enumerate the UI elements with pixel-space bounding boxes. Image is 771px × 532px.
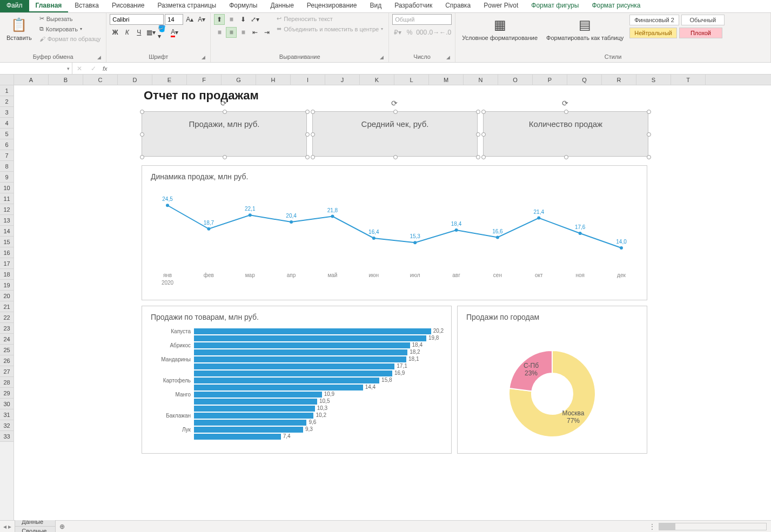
tab-data[interactable]: Данные bbox=[264, 0, 300, 12]
row-header[interactable]: 5 bbox=[0, 129, 14, 139]
copy-button[interactable]: ⧉Копировать ▾ bbox=[37, 24, 103, 33]
format-table-button[interactable]: ▤ Форматировать как таблицу bbox=[543, 14, 627, 43]
number-format-combo[interactable] bbox=[392, 14, 452, 25]
bar-chart-panel[interactable]: Продажи по товарам, млн руб. Капуста20,2… bbox=[142, 306, 452, 454]
tab-review[interactable]: Рецензирование bbox=[300, 0, 364, 12]
selection-handle[interactable] bbox=[476, 155, 480, 159]
column-header[interactable]: G bbox=[222, 75, 256, 85]
cut-button[interactable]: ✂Вырезать bbox=[37, 14, 103, 23]
enter-formula-button[interactable]: ✓ bbox=[86, 65, 100, 72]
row-header[interactable]: 25 bbox=[0, 345, 14, 355]
selection-handle[interactable] bbox=[311, 132, 315, 137]
number-launcher[interactable]: ◢ bbox=[446, 55, 453, 61]
column-header[interactable]: C bbox=[83, 75, 118, 85]
row-header[interactable]: 26 bbox=[0, 355, 14, 366]
selection-handle[interactable] bbox=[140, 110, 144, 114]
row-header[interactable]: 10 bbox=[0, 183, 14, 193]
column-header[interactable]: D bbox=[118, 75, 152, 85]
column-header[interactable]: T bbox=[671, 75, 706, 85]
column-header[interactable]: B bbox=[49, 75, 83, 85]
tab-insert[interactable]: Вставка bbox=[68, 0, 105, 12]
selection-handle[interactable] bbox=[305, 155, 310, 159]
tab-picture-format[interactable]: Формат рисунка bbox=[585, 0, 647, 12]
row-header[interactable]: 23 bbox=[0, 323, 14, 334]
column-header[interactable]: P bbox=[533, 75, 567, 85]
select-all-button[interactable] bbox=[0, 75, 14, 85]
align-right-button[interactable]: ≡ bbox=[238, 27, 249, 38]
row-header[interactable]: 18 bbox=[0, 269, 14, 280]
row-header[interactable]: 32 bbox=[0, 420, 14, 431]
row-header[interactable]: 15 bbox=[0, 237, 14, 247]
row-header[interactable]: 8 bbox=[0, 161, 14, 172]
tab-developer[interactable]: Разработчик bbox=[388, 0, 439, 12]
row-header[interactable]: 1 bbox=[0, 85, 14, 96]
tab-powerpivot[interactable]: Power Pivot bbox=[477, 0, 525, 12]
row-header[interactable]: 2 bbox=[0, 96, 14, 107]
wrap-text-button[interactable]: ↩Переносить текст bbox=[274, 14, 385, 23]
font-color-button[interactable]: A▾ bbox=[169, 27, 180, 38]
column-header[interactable]: S bbox=[636, 75, 671, 85]
selection-handle[interactable] bbox=[481, 132, 486, 137]
donut-chart-panel[interactable]: Продажи по городам Москва77%С-Пб23% bbox=[457, 306, 647, 454]
align-middle-button[interactable]: ≡ bbox=[226, 14, 237, 25]
tab-draw[interactable]: Рисование bbox=[105, 0, 151, 12]
row-header[interactable]: 30 bbox=[0, 399, 14, 409]
row-header[interactable]: 6 bbox=[0, 139, 14, 150]
sheet-tab[interactable]: Сводные bbox=[15, 526, 56, 533]
column-header[interactable]: M bbox=[429, 75, 464, 85]
rotate-handle[interactable]: ⟳ bbox=[562, 99, 569, 106]
indent-inc-button[interactable]: ⇥ bbox=[262, 27, 272, 38]
row-header[interactable]: 14 bbox=[0, 226, 14, 237]
selection-handle[interactable] bbox=[140, 132, 144, 137]
selection-handle[interactable] bbox=[476, 110, 480, 114]
column-header[interactable]: H bbox=[256, 75, 291, 85]
style-neutral[interactable]: Нейтральный bbox=[629, 28, 677, 38]
selection-handle[interactable] bbox=[393, 110, 398, 114]
italic-button[interactable]: К bbox=[122, 27, 132, 38]
indent-dec-button[interactable]: ⇤ bbox=[250, 27, 260, 38]
font-launcher[interactable]: ◢ bbox=[202, 55, 208, 61]
line-chart-panel[interactable]: Динамика продаж, млн руб. 24,518,722,120… bbox=[142, 165, 647, 300]
canvas[interactable]: Отчет по продажам Продажи, млн руб.⟳Сред… bbox=[14, 85, 771, 520]
format-painter-button[interactable]: 🖌Формат по образцу bbox=[37, 35, 103, 43]
row-header[interactable]: 3 bbox=[0, 107, 14, 118]
align-top-button[interactable]: ⬆ bbox=[214, 14, 225, 25]
row-header[interactable]: 24 bbox=[0, 334, 14, 345]
column-header[interactable]: E bbox=[152, 75, 187, 85]
shrink-font-button[interactable]: A▾ bbox=[196, 14, 207, 25]
selection-handle[interactable] bbox=[481, 110, 486, 114]
tab-page-layout[interactable]: Разметка страницы bbox=[151, 0, 223, 12]
row-header[interactable]: 27 bbox=[0, 366, 14, 377]
row-header[interactable]: 9 bbox=[0, 172, 14, 183]
row-header[interactable]: 11 bbox=[0, 193, 14, 204]
kpi-shape[interactable]: Продажи, млн руб.⟳ bbox=[142, 111, 307, 157]
alignment-launcher[interactable]: ◢ bbox=[380, 55, 386, 61]
selection-handle[interactable] bbox=[647, 155, 651, 159]
selection-handle[interactable] bbox=[393, 155, 398, 159]
selection-handle[interactable] bbox=[223, 155, 227, 159]
tab-home[interactable]: Главная bbox=[29, 0, 69, 12]
selection-handle[interactable] bbox=[140, 155, 144, 159]
column-header[interactable]: F bbox=[187, 75, 222, 85]
column-header[interactable]: J bbox=[325, 75, 360, 85]
clipboard-launcher[interactable]: ◢ bbox=[97, 55, 104, 61]
paste-button[interactable]: 📋 Вставить bbox=[3, 14, 35, 43]
style-normal[interactable]: Обычный bbox=[681, 15, 725, 25]
column-header[interactable]: R bbox=[602, 75, 636, 85]
kpi-shape[interactable]: Средний чек, руб.⟳ bbox=[312, 111, 478, 157]
row-header[interactable]: 20 bbox=[0, 291, 14, 301]
column-header[interactable]: O bbox=[498, 75, 533, 85]
selection-handle[interactable] bbox=[305, 110, 310, 114]
row-header[interactable]: 13 bbox=[0, 215, 14, 226]
column-header[interactable]: I bbox=[291, 75, 325, 85]
currency-button[interactable]: ₽▾ bbox=[392, 27, 403, 38]
horizontal-scrollbar[interactable] bbox=[659, 523, 767, 530]
rotate-handle[interactable]: ⟳ bbox=[220, 99, 228, 106]
add-sheet-button[interactable]: ⊕ bbox=[55, 523, 69, 530]
orientation-button[interactable]: ⤢▾ bbox=[250, 14, 260, 25]
rotate-handle[interactable]: ⟳ bbox=[391, 99, 399, 106]
row-header[interactable]: 19 bbox=[0, 280, 14, 291]
fx-icon[interactable]: fx bbox=[100, 65, 110, 72]
row-header[interactable]: 17 bbox=[0, 258, 14, 269]
column-header[interactable]: Q bbox=[567, 75, 602, 85]
